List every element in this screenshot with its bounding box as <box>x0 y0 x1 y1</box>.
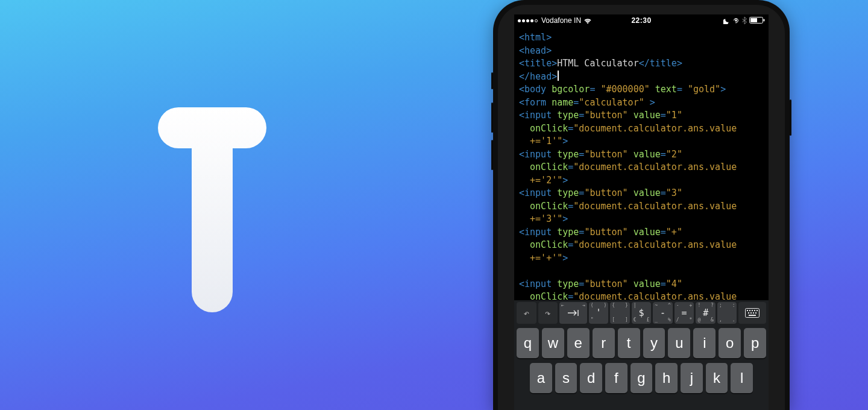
key-t[interactable]: t <box>618 328 640 358</box>
svg-rect-12 <box>753 312 754 314</box>
text-cursor <box>558 71 559 81</box>
svg-rect-14 <box>749 315 756 316</box>
tab-icon <box>567 309 580 317</box>
key-w[interactable]: w <box>542 328 564 358</box>
carrier-label: Vodafone IN <box>541 16 581 25</box>
redo-button[interactable]: ↷ <box>538 302 558 324</box>
key-d[interactable]: d <box>580 363 602 393</box>
keyboard-icon <box>745 308 760 318</box>
key-g[interactable]: g <box>631 363 653 393</box>
wifi-icon <box>583 17 592 24</box>
app-logo-t <box>158 107 266 312</box>
keyboard-toggle-button[interactable] <box>738 302 766 324</box>
symbol-key[interactable]: ;:,. <box>717 302 737 324</box>
svg-rect-7 <box>752 310 753 311</box>
keyboard: ↶↷⇤⇥()"'{}[]|€£$~^_%--+/*=!?@&#;:,. qwer… <box>514 300 769 410</box>
svg-rect-0 <box>735 20 737 22</box>
key-a[interactable]: a <box>530 363 552 393</box>
key-y[interactable]: y <box>643 328 665 358</box>
key-r[interactable]: r <box>593 328 615 358</box>
signal-strength-icon <box>518 19 538 22</box>
phone-volume-down <box>491 140 493 170</box>
phone-volume-up <box>491 102 493 133</box>
symbol-key[interactable]: ~^_%- <box>653 302 673 324</box>
orientation-lock-icon <box>732 17 740 24</box>
svg-rect-13 <box>755 312 756 314</box>
symbol-key[interactable]: !?@&# <box>696 302 715 324</box>
key-f[interactable]: f <box>605 363 627 393</box>
svg-rect-8 <box>754 310 755 311</box>
svg-rect-3 <box>764 19 765 22</box>
key-p[interactable]: p <box>744 328 766 358</box>
symbol-key[interactable]: -+/*= <box>675 302 694 324</box>
svg-rect-5 <box>747 310 748 311</box>
svg-rect-6 <box>749 310 750 311</box>
key-i[interactable]: i <box>693 328 715 358</box>
tab-key[interactable]: ⇤⇥ <box>559 302 587 324</box>
key-e[interactable]: e <box>567 328 590 358</box>
symbol-key[interactable]: {}[] <box>610 302 630 324</box>
key-s[interactable]: s <box>555 363 577 393</box>
undo-button[interactable]: ↶ <box>517 302 536 324</box>
svg-rect-2 <box>750 18 757 22</box>
key-l[interactable]: l <box>731 363 753 393</box>
battery-icon <box>749 17 765 24</box>
phone-screen: Vodafone IN 22:30 <box>514 14 769 410</box>
key-o[interactable]: o <box>719 328 741 358</box>
svg-rect-4 <box>746 309 760 318</box>
phone-mute-switch <box>491 72 493 89</box>
phone-frame: Vodafone IN 22:30 <box>493 0 790 410</box>
svg-rect-10 <box>748 312 749 314</box>
key-h[interactable]: h <box>655 363 678 393</box>
key-j[interactable]: j <box>681 363 703 393</box>
do-not-disturb-icon <box>723 17 730 24</box>
symbol-key[interactable]: |€£$ <box>632 302 652 324</box>
svg-rect-11 <box>750 312 752 314</box>
code-editor[interactable]: <html><head><title>HTML Calculator</titl… <box>514 28 769 300</box>
key-k[interactable]: k <box>706 363 728 393</box>
keyboard-main-rows: qwertyuiopasdfghjkl <box>514 326 769 410</box>
status-bar: Vodafone IN 22:30 <box>514 14 769 27</box>
symbol-key[interactable]: ()"' <box>589 302 609 324</box>
key-u[interactable]: u <box>668 328 690 358</box>
key-q[interactable]: q <box>517 328 539 358</box>
keyboard-accessory-row: ↶↷⇤⇥()"'{}[]|€£$~^_%--+/*=!?@&#;:,. <box>514 300 769 326</box>
svg-rect-9 <box>756 310 758 311</box>
phone-power-button <box>790 99 791 136</box>
bluetooth-icon <box>742 17 747 24</box>
